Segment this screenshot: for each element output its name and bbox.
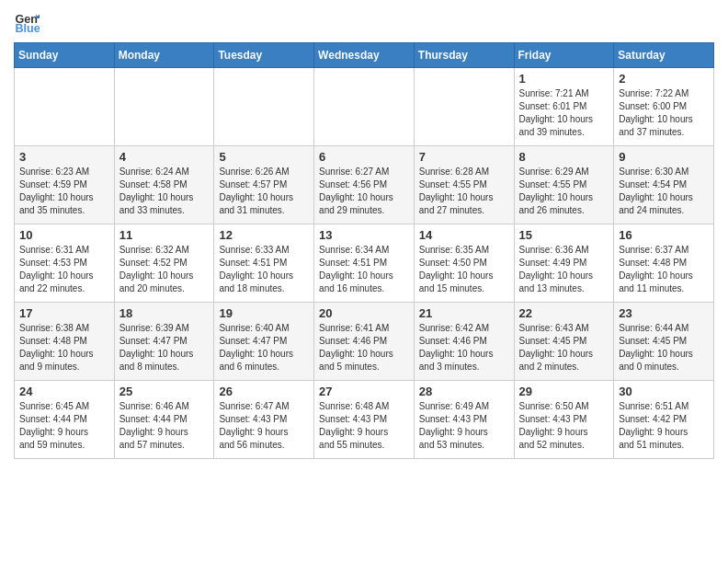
weekday-header-monday: Monday bbox=[114, 43, 214, 68]
calendar-week-3: 10Sunrise: 6:31 AM Sunset: 4:53 PM Dayli… bbox=[15, 224, 714, 303]
weekday-header-friday: Friday bbox=[514, 43, 614, 68]
day-info: Sunrise: 6:23 AM Sunset: 4:59 PM Dayligh… bbox=[19, 166, 109, 217]
calendar-day bbox=[314, 68, 415, 146]
day-info: Sunrise: 6:50 AM Sunset: 4:43 PM Dayligh… bbox=[519, 400, 609, 452]
day-info: Sunrise: 6:31 AM Sunset: 4:53 PM Dayligh… bbox=[19, 244, 109, 295]
calendar-day: 24Sunrise: 6:45 AM Sunset: 4:44 PM Dayli… bbox=[15, 381, 115, 459]
weekday-header-sunday: Sunday bbox=[15, 43, 115, 68]
day-info: Sunrise: 6:32 AM Sunset: 4:52 PM Dayligh… bbox=[119, 244, 210, 295]
day-number: 29 bbox=[519, 385, 609, 398]
day-info: Sunrise: 6:26 AM Sunset: 4:57 PM Dayligh… bbox=[219, 166, 309, 217]
weekday-header-saturday: Saturday bbox=[614, 43, 714, 68]
calendar-week-4: 17Sunrise: 6:38 AM Sunset: 4:48 PM Dayli… bbox=[15, 303, 714, 381]
calendar-day: 16Sunrise: 6:37 AM Sunset: 4:48 PM Dayli… bbox=[614, 224, 714, 303]
calendar-day: 15Sunrise: 6:36 AM Sunset: 4:49 PM Dayli… bbox=[514, 224, 614, 303]
calendar-week-5: 24Sunrise: 6:45 AM Sunset: 4:44 PM Dayli… bbox=[15, 381, 714, 459]
day-info: Sunrise: 6:47 AM Sunset: 4:43 PM Dayligh… bbox=[219, 400, 309, 452]
day-number: 20 bbox=[319, 306, 409, 320]
day-info: Sunrise: 6:39 AM Sunset: 4:47 PM Dayligh… bbox=[119, 322, 210, 373]
calendar-week-2: 3Sunrise: 6:23 AM Sunset: 4:59 PM Daylig… bbox=[15, 146, 714, 224]
day-info: Sunrise: 6:48 AM Sunset: 4:43 PM Dayligh… bbox=[319, 400, 409, 452]
day-number: 8 bbox=[519, 150, 609, 164]
day-number: 14 bbox=[419, 228, 509, 242]
day-number: 6 bbox=[319, 150, 409, 164]
day-info: Sunrise: 6:28 AM Sunset: 4:55 PM Dayligh… bbox=[419, 166, 509, 217]
day-info: Sunrise: 6:49 AM Sunset: 4:43 PM Dayligh… bbox=[419, 400, 509, 452]
calendar-day: 8Sunrise: 6:29 AM Sunset: 4:55 PM Daylig… bbox=[514, 146, 614, 224]
day-number: 3 bbox=[19, 150, 109, 164]
weekday-header-wednesday: Wednesday bbox=[314, 43, 415, 68]
day-number: 9 bbox=[619, 150, 709, 164]
day-info: Sunrise: 6:41 AM Sunset: 4:46 PM Dayligh… bbox=[319, 322, 409, 373]
day-info: Sunrise: 6:40 AM Sunset: 4:47 PM Dayligh… bbox=[219, 322, 309, 373]
day-info: Sunrise: 6:35 AM Sunset: 4:50 PM Dayligh… bbox=[419, 244, 509, 295]
day-info: Sunrise: 6:38 AM Sunset: 4:48 PM Dayligh… bbox=[19, 322, 109, 373]
day-number: 25 bbox=[119, 385, 210, 398]
day-number: 7 bbox=[419, 150, 509, 164]
page-header: Gen Blue bbox=[14, 9, 714, 35]
calendar-day: 18Sunrise: 6:39 AM Sunset: 4:47 PM Dayli… bbox=[114, 303, 214, 381]
calendar-day bbox=[214, 68, 314, 146]
day-number: 18 bbox=[119, 306, 210, 320]
day-info: Sunrise: 6:44 AM Sunset: 4:45 PM Dayligh… bbox=[619, 322, 709, 373]
day-info: Sunrise: 6:30 AM Sunset: 4:54 PM Dayligh… bbox=[619, 166, 709, 217]
calendar-day: 1Sunrise: 7:21 AM Sunset: 6:01 PM Daylig… bbox=[514, 68, 614, 146]
day-number: 17 bbox=[19, 306, 109, 320]
day-info: Sunrise: 6:43 AM Sunset: 4:45 PM Dayligh… bbox=[519, 322, 609, 373]
calendar-day: 6Sunrise: 6:27 AM Sunset: 4:56 PM Daylig… bbox=[314, 146, 415, 224]
day-number: 13 bbox=[319, 228, 409, 242]
day-number: 28 bbox=[419, 385, 509, 398]
day-info: Sunrise: 6:51 AM Sunset: 4:42 PM Dayligh… bbox=[619, 400, 709, 452]
day-number: 16 bbox=[619, 228, 709, 242]
calendar-day: 22Sunrise: 6:43 AM Sunset: 4:45 PM Dayli… bbox=[514, 303, 614, 381]
calendar-day: 14Sunrise: 6:35 AM Sunset: 4:50 PM Dayli… bbox=[414, 224, 514, 303]
calendar-day: 13Sunrise: 6:34 AM Sunset: 4:51 PM Dayli… bbox=[314, 224, 415, 303]
svg-text:Blue: Blue bbox=[15, 22, 40, 35]
day-info: Sunrise: 6:42 AM Sunset: 4:46 PM Dayligh… bbox=[419, 322, 509, 373]
day-number: 26 bbox=[219, 385, 309, 398]
calendar-day: 20Sunrise: 6:41 AM Sunset: 4:46 PM Dayli… bbox=[314, 303, 415, 381]
weekday-header-thursday: Thursday bbox=[414, 43, 514, 68]
day-info: Sunrise: 7:21 AM Sunset: 6:01 PM Dayligh… bbox=[519, 87, 609, 139]
day-info: Sunrise: 6:29 AM Sunset: 4:55 PM Dayligh… bbox=[519, 166, 609, 217]
day-info: Sunrise: 6:45 AM Sunset: 4:44 PM Dayligh… bbox=[19, 400, 109, 452]
calendar-day: 19Sunrise: 6:40 AM Sunset: 4:47 PM Dayli… bbox=[214, 303, 314, 381]
logo-icon: Gen Blue bbox=[14, 9, 40, 35]
calendar-day: 30Sunrise: 6:51 AM Sunset: 4:42 PM Dayli… bbox=[614, 381, 714, 459]
calendar-day bbox=[15, 68, 115, 146]
calendar-day: 11Sunrise: 6:32 AM Sunset: 4:52 PM Dayli… bbox=[114, 224, 214, 303]
calendar-day: 17Sunrise: 6:38 AM Sunset: 4:48 PM Dayli… bbox=[15, 303, 115, 381]
calendar-table: SundayMondayTuesdayWednesdayThursdayFrid… bbox=[14, 42, 714, 459]
calendar-day: 23Sunrise: 6:44 AM Sunset: 4:45 PM Dayli… bbox=[614, 303, 714, 381]
calendar-day bbox=[114, 68, 214, 146]
day-number: 5 bbox=[219, 150, 309, 164]
calendar-day: 2Sunrise: 7:22 AM Sunset: 6:00 PM Daylig… bbox=[614, 68, 714, 146]
weekday-header-tuesday: Tuesday bbox=[214, 43, 314, 68]
calendar-day: 27Sunrise: 6:48 AM Sunset: 4:43 PM Dayli… bbox=[314, 381, 415, 459]
day-number: 22 bbox=[519, 306, 609, 320]
day-info: Sunrise: 6:36 AM Sunset: 4:49 PM Dayligh… bbox=[519, 244, 609, 295]
calendar-week-1: 1Sunrise: 7:21 AM Sunset: 6:01 PM Daylig… bbox=[15, 68, 714, 146]
day-info: Sunrise: 6:27 AM Sunset: 4:56 PM Dayligh… bbox=[319, 166, 409, 217]
day-info: Sunrise: 6:24 AM Sunset: 4:58 PM Dayligh… bbox=[119, 166, 210, 217]
day-number: 23 bbox=[619, 306, 709, 320]
calendar-day bbox=[414, 68, 514, 146]
day-info: Sunrise: 6:46 AM Sunset: 4:44 PM Dayligh… bbox=[119, 400, 210, 452]
calendar-day: 28Sunrise: 6:49 AM Sunset: 4:43 PM Dayli… bbox=[414, 381, 514, 459]
calendar-day: 25Sunrise: 6:46 AM Sunset: 4:44 PM Dayli… bbox=[114, 381, 214, 459]
day-number: 10 bbox=[19, 228, 109, 242]
day-info: Sunrise: 6:33 AM Sunset: 4:51 PM Dayligh… bbox=[219, 244, 309, 295]
logo: Gen Blue bbox=[14, 9, 43, 35]
day-number: 1 bbox=[519, 72, 609, 86]
day-info: Sunrise: 6:34 AM Sunset: 4:51 PM Dayligh… bbox=[319, 244, 409, 295]
calendar-day: 5Sunrise: 6:26 AM Sunset: 4:57 PM Daylig… bbox=[214, 146, 314, 224]
calendar-day: 12Sunrise: 6:33 AM Sunset: 4:51 PM Dayli… bbox=[214, 224, 314, 303]
day-number: 12 bbox=[219, 228, 309, 242]
day-number: 11 bbox=[119, 228, 210, 242]
calendar-day: 29Sunrise: 6:50 AM Sunset: 4:43 PM Dayli… bbox=[514, 381, 614, 459]
day-number: 21 bbox=[419, 306, 509, 320]
calendar-day: 7Sunrise: 6:28 AM Sunset: 4:55 PM Daylig… bbox=[414, 146, 514, 224]
day-number: 27 bbox=[319, 385, 409, 398]
calendar-day: 4Sunrise: 6:24 AM Sunset: 4:58 PM Daylig… bbox=[114, 146, 214, 224]
day-number: 15 bbox=[519, 228, 609, 242]
